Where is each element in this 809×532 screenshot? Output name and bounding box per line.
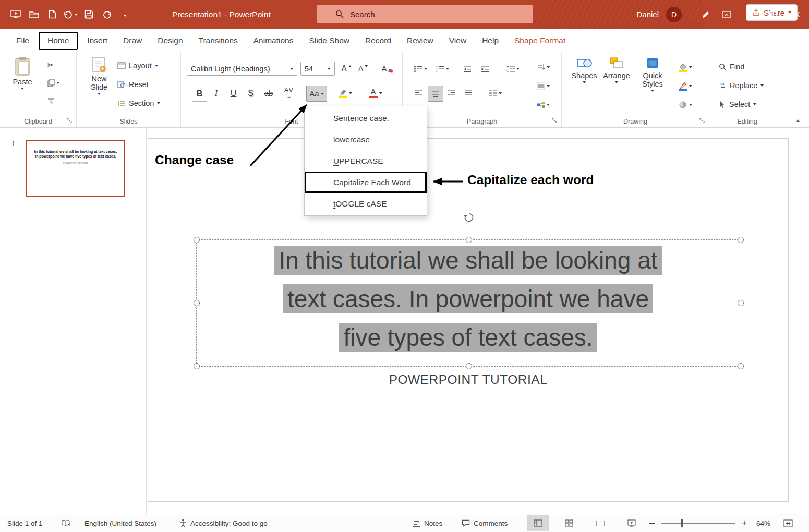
tab-draw[interactable]: Draw [115,33,150,49]
avatar[interactable]: D [666,7,682,22]
slide-indicator[interactable]: Slide 1 of 1 [7,514,43,532]
tab-help[interactable]: Help [474,33,506,49]
find-button[interactable]: Find [719,59,744,74]
new-slide-button[interactable]: New Slide [84,56,114,95]
start-slideshow-button[interactable] [8,6,23,23]
shapes-button[interactable]: Shapes [570,56,598,83]
format-painter-button[interactable] [44,94,57,107]
font-color-button[interactable]: A [365,86,387,101]
save-button[interactable] [81,6,96,23]
paragraph-dialog-launcher[interactable] [552,118,558,124]
ribbon-display-options-button[interactable] [716,0,737,29]
text-direction-button[interactable] [532,59,554,75]
resize-handle-nw[interactable] [194,237,200,243]
italic-button[interactable]: I [209,86,223,101]
character-spacing-button[interactable]: AV↔ [280,86,298,101]
tab-shape-format[interactable]: Shape Format [506,33,573,49]
notes-button[interactable]: Notes [412,514,442,532]
tab-design[interactable]: Design [150,33,190,49]
new-file-button[interactable] [45,6,59,23]
reset-button[interactable]: Reset [117,77,149,92]
textbox-selection-border[interactable] [196,239,741,367]
bullets-button[interactable] [411,62,430,76]
rotation-handle[interactable] [463,212,475,223]
resize-handle-sw[interactable] [194,363,200,369]
shape-outline-button[interactable] [673,78,697,94]
tab-view[interactable]: View [441,33,474,49]
tab-home[interactable]: Home [39,32,78,50]
menu-item-capitalize-each-word[interactable]: Capitalize Each Word [305,172,427,193]
undo-button[interactable] [63,6,78,23]
change-case-button[interactable]: Aa [306,86,327,102]
section-button[interactable]: Section [117,96,160,111]
strikethrough-button[interactable]: ab [260,86,277,101]
tab-slide-show[interactable]: Slide Show [301,33,357,49]
resize-handle-n[interactable] [466,237,472,243]
fit-slide-button[interactable] [783,514,793,532]
slideshow-view-button[interactable] [621,515,643,531]
increase-indent-button[interactable] [478,62,492,76]
cut-button[interactable]: ✂ [44,58,57,72]
menu-item-toggle-case[interactable]: tOGGLE cASE [305,193,427,214]
justify-button[interactable] [461,86,476,101]
resize-handle-s[interactable] [466,363,472,369]
resize-handle-ne[interactable] [738,237,744,243]
tab-record[interactable]: Record [357,33,399,49]
text-highlight-color-button[interactable] [334,86,356,101]
underline-button[interactable]: U [226,86,240,101]
slide-canvas[interactable]: In this tutorial we shall be looking at … [148,138,789,502]
slide-sorter-view-button[interactable] [558,515,580,531]
align-center-button[interactable] [428,86,443,102]
zoom-in-button[interactable]: + [742,514,747,532]
convert-to-smartart-button[interactable] [532,97,554,113]
shrink-font-button[interactable]: A [356,62,370,76]
menu-item-uppercase[interactable]: UPPERCASE [305,150,427,172]
user-name[interactable]: Daniel [636,10,659,19]
clear-formatting-button[interactable]: A [380,62,394,76]
bold-button[interactable]: B [192,86,207,102]
zoom-out-button[interactable] [649,514,655,532]
replace-button[interactable]: Replace [719,78,764,93]
resize-handle-e[interactable] [738,300,744,306]
slide-thumbnail[interactable]: In this tutorial we shall be looking at … [26,140,125,197]
normal-view-button[interactable] [527,515,549,531]
grow-font-button[interactable]: A [339,62,354,76]
copy-button[interactable] [44,76,63,90]
paste-button[interactable]: Paste [8,56,37,90]
language-indicator[interactable]: English (United States) [84,514,156,532]
quick-styles-button[interactable]: Quick Styles [636,56,669,92]
select-button[interactable]: Select [719,97,756,112]
tab-insert[interactable]: Insert [79,33,115,49]
resize-handle-se[interactable] [738,363,744,369]
font-family-combo[interactable]: Calibri Light (Headings) [187,62,297,76]
layout-button[interactable]: Layout [117,58,158,73]
maximize-button[interactable] [761,0,785,29]
open-file-button[interactable] [27,6,41,23]
font-size-combo[interactable]: 54 [300,62,335,76]
numbering-button[interactable] [433,62,452,76]
drawing-dialog-launcher[interactable] [699,118,705,124]
minimize-button[interactable] [737,0,761,29]
resize-handle-w[interactable] [194,300,200,306]
reading-view-button[interactable] [589,515,611,531]
decrease-indent-button[interactable] [460,62,475,76]
columns-button[interactable] [485,86,505,101]
align-left-button[interactable] [411,86,426,101]
align-text-button[interactable] [532,78,554,94]
accessibility-button[interactable]: Accessibility: Good to go [179,514,268,532]
comments-button[interactable]: Comments [462,514,508,532]
collapse-ribbon-button[interactable] [796,115,800,123]
shape-fill-button[interactable] [673,59,697,75]
menu-item-sentence-case[interactable]: Sentence case. [305,107,427,129]
search-box[interactable]: Search [317,5,533,23]
tab-transitions[interactable]: Transitions [191,33,246,49]
shape-effects-button[interactable] [673,97,697,113]
tab-animations[interactable]: Animations [246,33,301,49]
tab-review[interactable]: Review [399,33,441,49]
zoom-level[interactable]: 64% [756,514,770,532]
arrange-button[interactable]: Arrange [601,56,632,83]
clipboard-dialog-launcher[interactable] [67,118,73,124]
menu-item-lowercase[interactable]: lowercase [305,129,427,150]
close-button[interactable]: × [785,0,809,29]
customize-qat-button[interactable] [118,6,132,23]
